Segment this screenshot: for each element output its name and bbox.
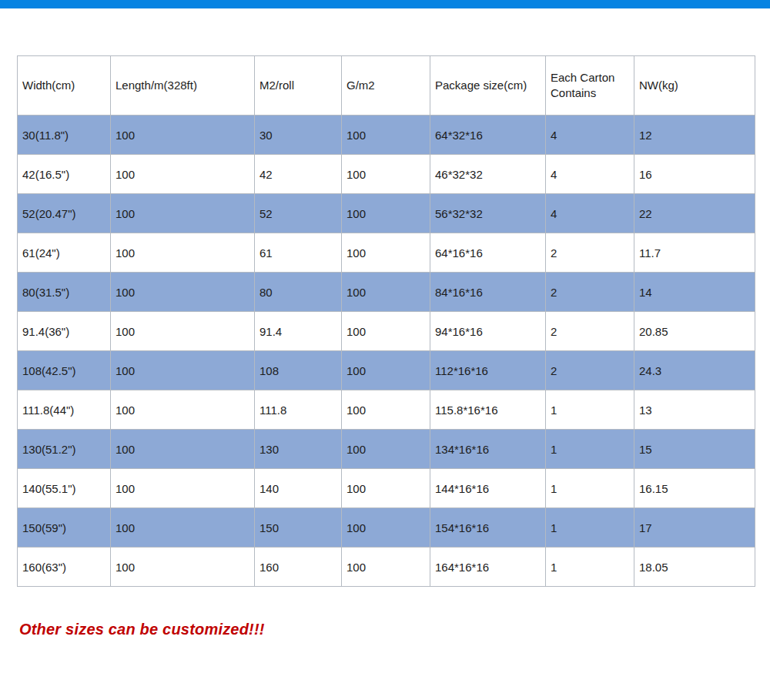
- table-cell: 91.4(36"): [18, 312, 111, 351]
- table-cell: 52: [255, 194, 342, 233]
- table-cell: 52(20.47"): [18, 194, 111, 233]
- table-cell: 15: [634, 430, 755, 469]
- header-cell: M2/roll: [255, 56, 342, 116]
- table-cell: 94*16*16: [430, 312, 546, 351]
- table-cell: 64*32*16: [430, 116, 546, 155]
- table-cell: 13: [634, 390, 755, 430]
- table-cell: 100: [111, 155, 255, 194]
- table-cell: 91.4: [255, 312, 342, 351]
- spec-table-container: Width(cm)Length/m(328ft)M2/rollG/m2Packa…: [17, 55, 755, 587]
- table-cell: 24.3: [634, 351, 755, 390]
- table-cell: 140: [255, 469, 342, 508]
- table-cell: 150: [255, 508, 342, 548]
- table-cell: 134*16*16: [430, 430, 546, 469]
- table-cell: 12: [634, 116, 755, 155]
- table-row: 108(42.5")100108100112*16*16224.3: [18, 351, 755, 390]
- table-cell: 1: [546, 430, 634, 469]
- table-cell: 100: [111, 390, 255, 430]
- customization-note: Other sizes can be customized!!!: [19, 621, 265, 638]
- table-cell: 150(59"): [18, 508, 111, 548]
- table-cell: 11.7: [634, 233, 755, 273]
- table-row: 150(59")100150100154*16*16117: [18, 508, 755, 548]
- table-cell: 17: [634, 508, 755, 548]
- spec-table: Width(cm)Length/m(328ft)M2/rollG/m2Packa…: [17, 55, 755, 587]
- table-cell: 100: [342, 194, 430, 233]
- table-cell: 130: [255, 430, 342, 469]
- header-cell: Length/m(328ft): [111, 56, 255, 116]
- table-cell: 1: [546, 548, 634, 587]
- table-cell: 154*16*16: [430, 508, 546, 548]
- table-cell: 100: [342, 390, 430, 430]
- table-row: 80(31.5")1008010084*16*16214: [18, 273, 755, 312]
- table-cell: 20.85: [634, 312, 755, 351]
- table-cell: 112*16*16: [430, 351, 546, 390]
- table-row: 52(20.47")1005210056*32*32422: [18, 194, 755, 233]
- table-cell: 160(63"): [18, 548, 111, 587]
- table-row: 130(51.2")100130100134*16*16115: [18, 430, 755, 469]
- table-cell: 100: [111, 116, 255, 155]
- table-row: 111.8(44")100111.8100115.8*16*16113: [18, 390, 755, 430]
- header-cell: Each Carton Contains: [546, 56, 634, 116]
- table-cell: 80: [255, 273, 342, 312]
- table-cell: 42: [255, 155, 342, 194]
- table-cell: 100: [111, 194, 255, 233]
- table-cell: 16: [634, 155, 755, 194]
- table-cell: 144*16*16: [430, 469, 546, 508]
- top-accent-bar: [0, 0, 770, 8]
- table-cell: 16.15: [634, 469, 755, 508]
- table-cell: 100: [342, 351, 430, 390]
- table-row: 91.4(36")10091.410094*16*16220.85: [18, 312, 755, 351]
- table-cell: 160: [255, 548, 342, 587]
- table-header-row: Width(cm)Length/m(328ft)M2/rollG/m2Packa…: [18, 56, 755, 116]
- header-cell: Width(cm): [18, 56, 111, 116]
- table-cell: 100: [342, 508, 430, 548]
- table-cell: 100: [342, 312, 430, 351]
- header-cell: NW(kg): [634, 56, 755, 116]
- table-cell: 100: [111, 351, 255, 390]
- table-cell: 42(16.5"): [18, 155, 111, 194]
- header-cell: Package size(cm): [430, 56, 546, 116]
- table-cell: 100: [111, 233, 255, 273]
- table-cell: 30: [255, 116, 342, 155]
- table-cell: 100: [111, 430, 255, 469]
- table-cell: 4: [546, 116, 634, 155]
- table-cell: 84*16*16: [430, 273, 546, 312]
- table-cell: 111.8(44"): [18, 390, 111, 430]
- table-cell: 1: [546, 390, 634, 430]
- table-cell: 30(11.8"): [18, 116, 111, 155]
- table-cell: 80(31.5"): [18, 273, 111, 312]
- table-cell: 1: [546, 469, 634, 508]
- table-cell: 100: [342, 116, 430, 155]
- table-row: 140(55.1")100140100144*16*16116.15: [18, 469, 755, 508]
- table-cell: 100: [342, 273, 430, 312]
- table-cell: 115.8*16*16: [430, 390, 546, 430]
- table-row: 30(11.8")1003010064*32*16412: [18, 116, 755, 155]
- table-cell: 100: [342, 430, 430, 469]
- table-cell: 100: [111, 273, 255, 312]
- table-cell: 111.8: [255, 390, 342, 430]
- table-row: 160(63")100160100164*16*16118.05: [18, 548, 755, 587]
- table-cell: 2: [546, 273, 634, 312]
- table-cell: 46*32*32: [430, 155, 546, 194]
- table-cell: 2: [546, 233, 634, 273]
- table-cell: 1: [546, 508, 634, 548]
- table-row: 42(16.5")1004210046*32*32416: [18, 155, 755, 194]
- table-cell: 108(42.5"): [18, 351, 111, 390]
- table-cell: 100: [111, 548, 255, 587]
- table-cell: 4: [546, 194, 634, 233]
- table-cell: 64*16*16: [430, 233, 546, 273]
- table-cell: 61: [255, 233, 342, 273]
- table-cell: 100: [111, 508, 255, 548]
- table-cell: 100: [342, 233, 430, 273]
- table-cell: 100: [111, 469, 255, 508]
- table-cell: 22: [634, 194, 755, 233]
- table-cell: 108: [255, 351, 342, 390]
- table-cell: 61(24"): [18, 233, 111, 273]
- table-row: 61(24")1006110064*16*16211.7: [18, 233, 755, 273]
- table-cell: 164*16*16: [430, 548, 546, 587]
- table-cell: 140(55.1"): [18, 469, 111, 508]
- table-cell: 2: [546, 312, 634, 351]
- table-cell: 100: [342, 155, 430, 194]
- table-cell: 14: [634, 273, 755, 312]
- table-cell: 4: [546, 155, 634, 194]
